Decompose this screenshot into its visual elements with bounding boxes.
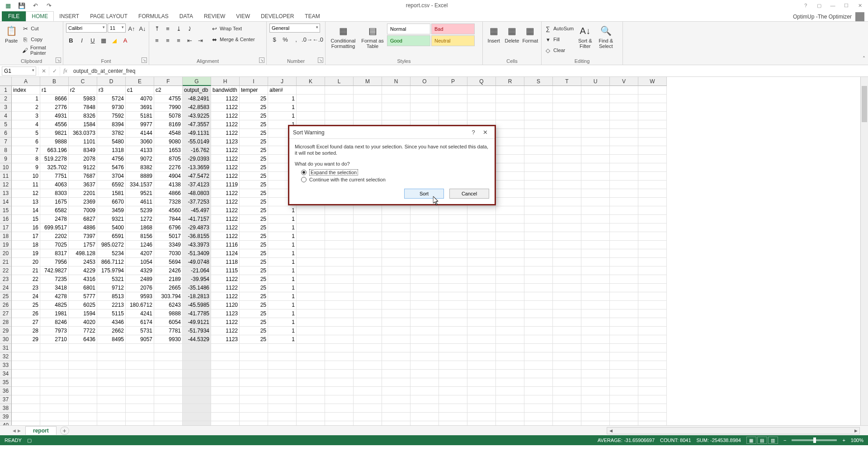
cell[interactable]: 25: [240, 189, 268, 198]
cell[interactable]: 8394: [97, 120, 126, 129]
column-header[interactable]: L: [325, 77, 354, 86]
cell[interactable]: [410, 258, 439, 266]
cell[interactable]: [638, 327, 667, 335]
cell[interactable]: [553, 249, 581, 258]
cell[interactable]: [553, 344, 581, 352]
cell[interactable]: [382, 344, 410, 352]
cell[interactable]: 7973: [40, 327, 69, 335]
cell[interactable]: 25: [240, 266, 268, 275]
cell[interactable]: [524, 181, 553, 189]
cell[interactable]: [581, 327, 610, 335]
cell[interactable]: [325, 395, 354, 404]
cell[interactable]: 4241: [126, 309, 154, 318]
align-bottom-icon[interactable]: ⤓: [174, 24, 184, 33]
cell[interactable]: 2453: [69, 258, 97, 266]
cell[interactable]: [354, 86, 382, 95]
cell[interactable]: [439, 395, 467, 404]
cell[interactable]: 1122: [211, 232, 240, 241]
alignment-launcher[interactable]: ↘: [259, 57, 264, 63]
cell[interactable]: [610, 95, 638, 103]
cell[interactable]: [610, 232, 638, 241]
cell[interactable]: [524, 138, 553, 146]
tab-view[interactable]: VIEW: [231, 11, 255, 21]
cell[interactable]: [524, 249, 553, 258]
row-header[interactable]: 26: [0, 301, 12, 309]
cell[interactable]: [524, 189, 553, 198]
cell[interactable]: [354, 370, 382, 378]
cell[interactable]: [410, 318, 439, 327]
row-header[interactable]: 33: [0, 361, 12, 370]
cell[interactable]: 1: [268, 95, 297, 103]
cell[interactable]: [610, 223, 638, 232]
cell[interactable]: 1: [268, 112, 297, 120]
cell[interactable]: [325, 318, 354, 327]
cell[interactable]: 28: [12, 327, 40, 335]
cell[interactable]: 1581: [97, 189, 126, 198]
cell[interactable]: alter#: [268, 86, 297, 95]
cell[interactable]: [154, 421, 183, 425]
cell[interactable]: [297, 327, 325, 335]
cell[interactable]: [581, 352, 610, 361]
cell[interactable]: [211, 361, 240, 370]
cell[interactable]: [553, 421, 581, 425]
column-header[interactable]: K: [297, 77, 325, 86]
cell[interactable]: 9977: [126, 120, 154, 129]
cell[interactable]: [610, 309, 638, 318]
cell[interactable]: [297, 318, 325, 327]
cell[interactable]: -48.0803: [183, 189, 211, 198]
cell[interactable]: -44.5329: [183, 335, 211, 344]
cell[interactable]: 8889: [126, 172, 154, 181]
cell[interactable]: [496, 112, 524, 120]
cell[interactable]: [325, 361, 354, 370]
cell[interactable]: 23: [12, 284, 40, 292]
cell[interactable]: [325, 241, 354, 249]
cell[interactable]: 1122: [211, 284, 240, 292]
font-size-combo[interactable]: 11: [108, 24, 126, 33]
cell[interactable]: [553, 378, 581, 387]
cell[interactable]: 742.9827: [40, 266, 69, 275]
cell[interactable]: [69, 344, 97, 352]
cell[interactable]: [69, 361, 97, 370]
cell[interactable]: 1: [268, 103, 297, 112]
row-header[interactable]: 24: [0, 284, 12, 292]
cell[interactable]: [496, 352, 524, 361]
cell[interactable]: 9730: [97, 103, 126, 112]
cell[interactable]: [553, 301, 581, 309]
cell[interactable]: 25: [240, 138, 268, 146]
cell[interactable]: 2426: [154, 266, 183, 275]
cell[interactable]: -39.954: [183, 275, 211, 284]
cell[interactable]: 5724: [97, 95, 126, 103]
cell[interactable]: 7397: [69, 232, 97, 241]
cell[interactable]: [69, 378, 97, 387]
align-middle-icon[interactable]: ≡: [163, 24, 173, 33]
cell[interactable]: [524, 129, 553, 138]
cell[interactable]: [382, 309, 410, 318]
cell[interactable]: [40, 387, 69, 395]
cell[interactable]: 8: [12, 155, 40, 163]
cell[interactable]: [410, 206, 439, 215]
radio-expand-selection[interactable]: Expand the selection: [301, 169, 489, 176]
cell[interactable]: [40, 421, 69, 425]
row-header[interactable]: 36: [0, 387, 12, 395]
cell[interactable]: 334.1537: [126, 181, 154, 189]
cell[interactable]: 4755: [154, 95, 183, 103]
cell[interactable]: [638, 172, 667, 181]
cell[interactable]: [496, 155, 524, 163]
row-header[interactable]: 19: [0, 241, 12, 249]
cell[interactable]: [467, 95, 496, 103]
cell[interactable]: 3691: [126, 103, 154, 112]
underline-button[interactable]: U: [88, 35, 98, 45]
row-header[interactable]: 38: [0, 404, 12, 413]
cell[interactable]: [610, 258, 638, 266]
cell[interactable]: [610, 86, 638, 95]
cell[interactable]: r2: [69, 86, 97, 95]
cell[interactable]: [524, 163, 553, 172]
cell[interactable]: [382, 335, 410, 344]
cell[interactable]: [12, 395, 40, 404]
cell[interactable]: [467, 301, 496, 309]
cell[interactable]: 27: [12, 318, 40, 327]
cell[interactable]: 4904: [154, 172, 183, 181]
cell[interactable]: [410, 387, 439, 395]
row-header[interactable]: 30: [0, 335, 12, 344]
cell[interactable]: [354, 318, 382, 327]
